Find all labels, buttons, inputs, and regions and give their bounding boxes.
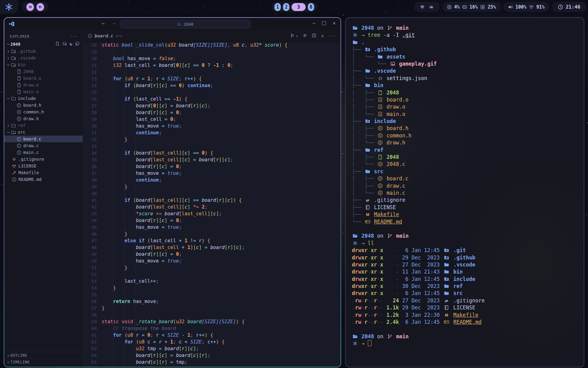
code-line-55[interactable]: 55 <box>83 291 341 298</box>
code-line-58[interactable]: 58 <box>83 312 341 318</box>
code-line-38[interactable]: 38 continue; <box>83 177 341 183</box>
explorer-item-.github[interactable]: ❯.github <box>4 48 83 55</box>
code-line-43[interactable]: 43 *score += board[last_cell][c]; <box>83 210 341 217</box>
explorer-item-common.h[interactable]: Hcommon.h <box>4 109 83 115</box>
code-line-52[interactable]: 52 <box>83 271 341 278</box>
audio-network-module[interactable]: 100% 91% <box>503 2 549 12</box>
clock-module[interactable]: 21:46 <box>552 2 586 12</box>
code-line-56[interactable]: 56 return has_move; <box>83 298 341 305</box>
settings-gear-icon[interactable] <box>303 33 307 39</box>
explorer-item-ref[interactable]: ❯ref <box>4 122 83 129</box>
code-line-32[interactable]: 32 } <box>83 136 341 143</box>
nav-forward-icon[interactable]: → <box>112 20 115 26</box>
collapse-folders-button[interactable] <box>75 41 80 47</box>
code-line-60[interactable]: 60 // transpose the board <box>83 325 341 332</box>
split-editor-icon[interactable] <box>312 33 316 39</box>
explorer-item-src[interactable]: ❯</>src <box>4 129 83 136</box>
editor-area[interactable]: C board.c src ∨ × ··· <box>83 30 341 367</box>
vscode-titlebar[interactable]: ← → 2048 ─ × <box>4 18 341 30</box>
close-button[interactable]: × <box>333 20 336 26</box>
explorer-item-LICENSE[interactable]: LICENSE <box>4 163 83 169</box>
timeline-section[interactable]: ❯ TIMELINE <box>4 358 83 366</box>
code-area[interactable]: 18static bool _slide_col(u32 board[SIZE]… <box>83 42 341 367</box>
code-line-30[interactable]: 30 has_move = true; <box>83 123 341 129</box>
code-line-63[interactable]: 63 u32 tmp = board[r][c]; <box>83 345 341 352</box>
explorer-root-folder[interactable]: ❯ 2048 ↻ <box>4 40 83 48</box>
workspace-3-active[interactable]: 3 <box>292 3 306 11</box>
code-line-39[interactable]: 39 } <box>83 183 341 190</box>
code-line-25[interactable]: 25 <box>83 89 341 96</box>
run-dropdown-icon[interactable]: ∨ <box>296 34 298 38</box>
code-line-47[interactable]: 47 else if (last_cell + 1 != r) { <box>83 237 341 244</box>
code-line-37[interactable]: 37 has_move = true; <box>83 170 341 177</box>
refresh-button[interactable]: ↻ <box>70 41 72 47</box>
terminal-window[interactable]: 2048 on main → tree -a -I .git .├── .git… <box>345 17 584 367</box>
nav-back-icon[interactable]: ← <box>102 20 105 26</box>
explorer-item-board.c[interactable]: Cboard.c <box>4 136 83 142</box>
explorer-item-.vscode[interactable]: ❯.vscode <box>4 55 83 61</box>
code-line-26[interactable]: 26 if (last_cell == -1) { <box>83 96 341 102</box>
explorer-item-main.o[interactable]: main.o <box>4 88 83 95</box>
explorer-item-Makefile[interactable]: Makefile <box>4 169 83 176</box>
code-line-62[interactable]: 62 for (u8 c = r + 1; c < SIZE; c++) { <box>83 339 341 345</box>
code-line-19[interactable]: 19 <box>83 48 341 55</box>
code-line-35[interactable]: 35 board[last_cell][c] = board[r][c]; <box>83 156 341 163</box>
code-line-28[interactable]: 28 board[r][c] = 0; <box>83 109 341 116</box>
explorer-item-2048[interactable]: 2048 <box>4 68 83 75</box>
code-line-29[interactable]: 29 last_cell = 0; <box>83 116 341 123</box>
code-line-59[interactable]: 59static void _rotate_board(u32 board[SI… <box>83 318 341 325</box>
explorer-item-draw.h[interactable]: Hdraw.h <box>4 115 83 122</box>
code-line-22[interactable]: 22 <box>83 69 341 75</box>
code-line-31[interactable]: 31 continue; <box>83 129 341 136</box>
workspace-2[interactable]: 2 <box>283 3 289 11</box>
skip-forward-button[interactable] <box>36 3 44 11</box>
code-line-33[interactable]: 33 <box>83 143 341 150</box>
code-line-36[interactable]: 36 board[r][c] = 0; <box>83 163 341 170</box>
explorer-more-icon[interactable]: ··· <box>70 34 78 39</box>
new-file-button[interactable] <box>55 41 60 47</box>
new-folder-button[interactable] <box>62 41 67 47</box>
skip-back-button[interactable] <box>26 3 34 11</box>
code-line-27[interactable]: 27 board[0][c] = board[r][c]; <box>83 102 341 109</box>
maximize-button[interactable] <box>322 21 326 25</box>
code-line-53[interactable]: 53 last_cell++; <box>83 278 341 285</box>
editor-more-icon[interactable]: ··· <box>329 33 336 38</box>
close-editor-icon[interactable]: × <box>321 33 324 39</box>
code-line-54[interactable]: 54 } <box>83 285 341 291</box>
code-line-20[interactable]: 20 bool has_move = false; <box>83 55 341 62</box>
code-line-44[interactable]: 44 board[r][c] = 0; <box>83 217 341 224</box>
code-line-21[interactable]: 21 i32 last_cell = board[0][c] == 0 ? -1… <box>83 62 341 69</box>
code-line-42[interactable]: 42 board[last_cell][c] *= 2; <box>83 204 341 210</box>
explorer-item-.gitignore[interactable]: .gitignore <box>4 156 83 163</box>
code-line-50[interactable]: 50 has_move = true; <box>83 258 341 264</box>
code-line-18[interactable]: 18static bool _slide_col(u32 board[SIZE]… <box>83 42 341 48</box>
code-line-57[interactable]: 57} <box>83 305 341 312</box>
code-line-46[interactable]: 46 } <box>83 231 341 237</box>
system-stats-module[interactable]: 4% 16% 25% <box>442 2 501 12</box>
tab-board-c[interactable]: C board.c src <box>83 30 127 42</box>
tray-module[interactable] <box>414 2 440 12</box>
code-line-49[interactable]: 49 board[r][c] = 0; <box>83 251 341 258</box>
explorer-item-board.h[interactable]: Hboard.h <box>4 102 83 109</box>
run-file-button[interactable] <box>290 33 295 39</box>
explorer-item-README.md[interactable]: README.md <box>4 176 83 183</box>
code-line-41[interactable]: 41 if (board[last_cell][c] == board[r][c… <box>83 197 341 204</box>
explorer-item-board.o[interactable]: board.o <box>4 75 83 82</box>
explorer-item-bin[interactable]: ❯bin <box>4 61 83 68</box>
workspace-8[interactable]: 8 <box>308 3 314 11</box>
code-line-23[interactable]: 23 for (u8 r = 1; r < SIZE; r++) { <box>83 75 341 82</box>
explorer-item-include[interactable]: ❯include <box>4 95 83 102</box>
code-line-40[interactable]: 40 <box>83 190 341 197</box>
launcher-button[interactable] <box>0 0 18 14</box>
workspace-1[interactable]: 1 <box>274 3 281 11</box>
code-line-61[interactable]: 61 for (u8 r = 0; r < SIZE - 1; r++) { <box>83 332 341 339</box>
outline-section[interactable]: ❯ OUTLINE <box>4 352 83 359</box>
code-line-64[interactable]: 64 board[r][c] = board[c][r]; <box>83 352 341 359</box>
command-center-search[interactable]: 2048 <box>120 20 251 29</box>
explorer-item-draw.c[interactable]: Cdraw.c <box>4 142 83 149</box>
minimize-button[interactable]: ─ <box>313 21 315 26</box>
code-line-24[interactable]: 24 if (board[r][c] == 0) continue; <box>83 82 341 89</box>
explorer-item-main.c[interactable]: Cmain.c <box>4 149 83 156</box>
code-line-65[interactable]: 65 board[c][r] = tmp; <box>83 359 341 366</box>
vscode-window[interactable]: ← → 2048 ─ × EXPLORER ··· ❯ 204 <box>4 17 341 367</box>
